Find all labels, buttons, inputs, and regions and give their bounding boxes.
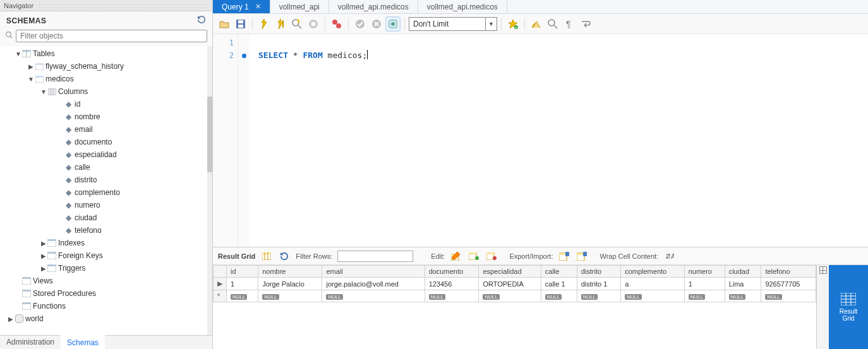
- explain-button[interactable]: [289, 16, 304, 32]
- col-documento[interactable]: documento: [425, 266, 479, 278]
- breakpoint-icon[interactable]: [242, 54, 246, 58]
- cell[interactable]: 1: [227, 278, 258, 290]
- commit-button[interactable]: [353, 16, 368, 32]
- stop-button[interactable]: [306, 16, 321, 32]
- add-row-icon[interactable]: [467, 251, 480, 262]
- toggle-autocommit-button[interactable]: [329, 16, 344, 32]
- execute-button[interactable]: [256, 16, 272, 32]
- cell[interactable]: 1: [684, 278, 725, 290]
- tree-triggers[interactable]: ▶Triggers: [3, 262, 207, 275]
- code-content[interactable]: SELECT * FROM medicos;: [250, 34, 368, 247]
- col-id[interactable]: id: [227, 266, 258, 278]
- scrollbar-thumb[interactable]: [207, 97, 212, 172]
- expand-icon[interactable]: ▶: [40, 240, 47, 247]
- cell[interactable]: ORTOPEDIA: [479, 278, 541, 290]
- refresh-icon[interactable]: [197, 15, 206, 26]
- toggle-limit-button[interactable]: [385, 16, 401, 32]
- open-file-button[interactable]: [217, 16, 232, 32]
- row-handle-new[interactable]: *: [214, 290, 227, 302]
- cell-null[interactable]: NULL: [425, 290, 479, 302]
- schema-tree[interactable]: ▼ Tables ▶ flyway_schema_history ▼ medic…: [0, 46, 207, 335]
- result-side-preview[interactable]: [816, 265, 829, 349]
- result-grid-side-tab[interactable]: Result Grid: [829, 265, 868, 349]
- cell[interactable]: Jorge Palacio: [258, 278, 322, 290]
- col-complemento[interactable]: complemento: [621, 266, 685, 278]
- tree-column-distrito[interactable]: ◆distrito: [3, 174, 207, 186]
- tree-column-id[interactable]: ◆id: [3, 98, 207, 110]
- tree-column-nombre[interactable]: ◆nombre: [3, 110, 207, 123]
- cell-null[interactable]: NULL: [258, 290, 322, 302]
- tree-stored-procedures[interactable]: ▶Stored Procedures: [3, 287, 207, 300]
- cell-null[interactable]: NULL: [479, 290, 541, 302]
- cell-null[interactable]: NULL: [621, 290, 685, 302]
- cell[interactable]: Lima: [725, 278, 761, 290]
- invisible-chars-button[interactable]: ¶: [562, 16, 577, 32]
- col-telefono[interactable]: telefono: [761, 266, 816, 278]
- expand-icon[interactable]: ▶: [28, 63, 34, 70]
- tree-world[interactable]: ▶world: [3, 312, 207, 325]
- tree-column-numero[interactable]: ◆numero: [3, 199, 207, 211]
- result-grid[interactable]: id nombre email documento especialidad c…: [213, 265, 816, 349]
- result-grid-icon[interactable]: [260, 251, 273, 262]
- cell[interactable]: calle 1: [541, 278, 577, 290]
- cell[interactable]: a: [621, 278, 685, 290]
- col-ciudad[interactable]: ciudad: [725, 266, 761, 278]
- cell[interactable]: jorge.palacio@voll.med: [322, 278, 425, 290]
- tree-column-especialidad[interactable]: ◆especialidad: [3, 148, 207, 161]
- cell-null[interactable]: NULL: [577, 290, 620, 302]
- filter-rows-input[interactable]: [337, 251, 413, 262]
- tree-functions[interactable]: ▶Functions: [3, 300, 207, 312]
- table-new-row[interactable]: * NULL NULL NULL NULL NULL NULL NULL NUL…: [214, 290, 816, 302]
- rollback-button[interactable]: [369, 16, 384, 32]
- import-icon[interactable]: [576, 251, 588, 262]
- filter-input[interactable]: [16, 30, 207, 42]
- tree-medicos[interactable]: ▼ medicos: [3, 73, 207, 85]
- favorite-button[interactable]: +: [505, 16, 521, 32]
- result-refresh-icon[interactable]: [278, 251, 291, 262]
- expand-icon[interactable]: ▶: [40, 265, 47, 272]
- tab-vollmed-api-medicos-2[interactable]: vollmed_api.medicos: [418, 0, 507, 13]
- tab-vollmed-api-medicos-1[interactable]: vollmed_api.medicos: [329, 0, 418, 13]
- cell-null[interactable]: NULL: [684, 290, 725, 302]
- cell-null[interactable]: NULL: [725, 290, 761, 302]
- tab-schemas[interactable]: Schemas: [61, 335, 105, 349]
- col-nombre[interactable]: nombre: [258, 266, 322, 278]
- breakpoint-gutter[interactable]: [238, 34, 250, 247]
- cell[interactable]: 926577705: [761, 278, 816, 290]
- tree-columns[interactable]: ▼ Columns: [3, 85, 207, 98]
- expand-icon[interactable]: ▼: [15, 50, 21, 57]
- cell-null[interactable]: NULL: [761, 290, 816, 302]
- cell-null[interactable]: NULL: [322, 290, 425, 302]
- table-row[interactable]: ▶ 1 Jorge Palacio jorge.palacio@voll.med…: [214, 278, 816, 290]
- tab-query-1[interactable]: Query 1 ✕: [213, 0, 270, 13]
- export-icon[interactable]: [558, 251, 570, 262]
- tree-column-calle[interactable]: ◆calle: [3, 161, 207, 174]
- delete-row-icon[interactable]: [485, 251, 498, 262]
- edit-row-icon[interactable]: [450, 251, 462, 262]
- save-button[interactable]: [233, 16, 248, 32]
- col-especialidad[interactable]: especialidad: [479, 266, 541, 278]
- expand-icon[interactable]: ▼: [28, 76, 34, 83]
- tree-column-telefono[interactable]: ◆telefono: [3, 224, 207, 237]
- tree-tables[interactable]: ▼ Tables: [3, 47, 207, 60]
- tree-foreign-keys[interactable]: ▶Foreign Keys: [3, 249, 207, 262]
- expand-icon[interactable]: ▶: [40, 252, 47, 259]
- wrap-cell-icon[interactable]: ⇵A: [663, 251, 676, 262]
- cell[interactable]: distrito 1: [577, 278, 620, 290]
- tree-column-documento[interactable]: ◆documento: [3, 136, 207, 148]
- sql-editor[interactable]: 1 2 SELECT * FROM medicos;: [213, 34, 868, 247]
- tree-column-email[interactable]: ◆email: [3, 123, 207, 136]
- expand-icon[interactable]: ▼: [40, 88, 47, 95]
- tree-flyway[interactable]: ▶ flyway_schema_history: [3, 60, 207, 73]
- col-email[interactable]: email: [322, 266, 425, 278]
- cell-null[interactable]: NULL: [541, 290, 577, 302]
- col-distrito[interactable]: distrito: [577, 266, 620, 278]
- wrap-button[interactable]: [578, 16, 593, 32]
- limit-select[interactable]: Don't Limit ▼: [409, 17, 497, 31]
- navigator-scrollbar[interactable]: [207, 46, 212, 335]
- cell[interactable]: 123456: [425, 278, 479, 290]
- tree-indexes[interactable]: ▶Indexes: [3, 237, 207, 249]
- execute-current-button[interactable]: [273, 16, 288, 32]
- cell-null[interactable]: NULL: [227, 290, 258, 302]
- col-numero[interactable]: numero: [684, 266, 725, 278]
